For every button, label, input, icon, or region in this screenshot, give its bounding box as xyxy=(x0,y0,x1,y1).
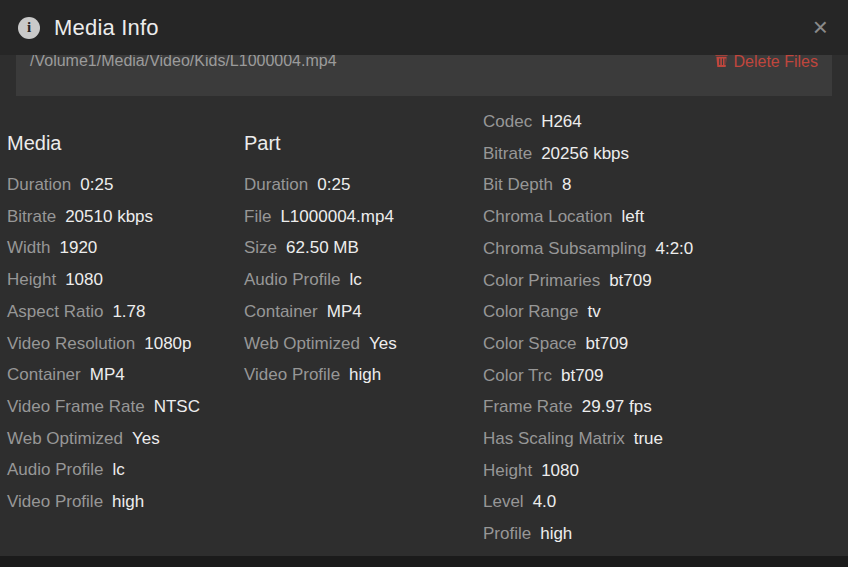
info-value: 0:25 xyxy=(80,175,113,194)
info-value: high xyxy=(540,524,572,543)
info-value: 4:2:0 xyxy=(655,239,693,258)
info-value: 1080 xyxy=(65,270,103,289)
info-row: Size62.50 MB xyxy=(244,232,474,264)
info-row: FileL1000004.mp4 xyxy=(244,201,474,233)
info-label: Container xyxy=(244,302,318,321)
info-label: Level xyxy=(483,492,524,511)
info-row: ContainerMP4 xyxy=(244,296,474,328)
info-value: lc xyxy=(112,460,124,479)
info-label: Aspect Ratio xyxy=(7,302,103,321)
info-label: Audio Profile xyxy=(244,270,340,289)
info-label: Audio Profile xyxy=(7,460,103,479)
info-label: Web Optimized xyxy=(7,429,123,448)
info-value: tv xyxy=(587,302,600,321)
info-label: Has Scaling Matrix xyxy=(483,429,625,448)
info-label: Color Range xyxy=(483,302,578,321)
info-row: Frame Rate29.97 fps xyxy=(483,391,845,423)
info-label: Bitrate xyxy=(483,144,532,163)
info-row: Bitrate20510 kbps xyxy=(7,201,239,233)
info-value: 1.78 xyxy=(112,302,145,321)
info-value: 1920 xyxy=(59,238,97,257)
info-value: 20510 kbps xyxy=(65,207,153,226)
info-row: Audio Profilelc xyxy=(7,454,239,486)
info-value: bt709 xyxy=(561,366,604,385)
info-label: Height xyxy=(7,270,56,289)
info-label: File xyxy=(244,207,271,226)
info-row: Color Primariesbt709 xyxy=(483,265,845,297)
info-value: bt709 xyxy=(609,271,652,290)
info-row: Video Resolution1080p xyxy=(7,328,239,360)
info-value: L1000004.mp4 xyxy=(280,207,393,226)
column-rows: Duration0:25FileL1000004.mp4Size62.50 MB… xyxy=(244,169,474,391)
info-label: Color Space xyxy=(483,334,577,353)
info-row: Profilehigh xyxy=(483,518,845,550)
info-row: Audio Profilelc xyxy=(244,264,474,296)
info-value: bt709 xyxy=(586,334,629,353)
info-value: NTSC xyxy=(154,397,200,416)
info-row: Color Rangetv xyxy=(483,296,845,328)
column-heading: Media xyxy=(7,131,239,155)
info-row: Bit Depth8 xyxy=(483,169,845,201)
info-value: 1080 xyxy=(541,461,579,480)
info-value: high xyxy=(349,365,381,384)
info-row: Has Scaling Matrixtrue xyxy=(483,423,845,455)
info-label: Color Primaries xyxy=(483,271,600,290)
info-row: Video Frame RateNTSC xyxy=(7,391,239,423)
info-icon: i xyxy=(18,17,40,39)
info-row: Chroma Locationleft xyxy=(483,201,845,233)
info-label: Codec xyxy=(483,112,532,131)
info-row: Height1080 xyxy=(483,455,845,487)
info-value: 29.97 fps xyxy=(582,397,652,416)
info-row: CodecH264 xyxy=(483,106,845,138)
modal-header: i Media Info × xyxy=(0,0,848,55)
info-row: Color Spacebt709 xyxy=(483,328,845,360)
info-label: Web Optimized xyxy=(244,334,360,353)
info-row: Web OptimizedYes xyxy=(7,423,239,455)
info-label: Video Resolution xyxy=(7,334,135,353)
info-label: Color Trc xyxy=(483,366,552,385)
info-row: Color Trcbt709 xyxy=(483,360,845,392)
info-label: Duration xyxy=(7,175,71,194)
info-label: Bit Depth xyxy=(483,175,553,194)
info-value: 1080p xyxy=(144,334,191,353)
column-rows: CodecH264Bitrate20256 kbpsBit Depth8Chro… xyxy=(483,106,845,550)
file-path-bar: /Volume1/Media/Video/Kids/L1000004.mp4 D… xyxy=(16,48,832,96)
info-value: high xyxy=(112,492,144,511)
info-value: 0:25 xyxy=(317,175,350,194)
info-row: Bitrate20256 kbps xyxy=(483,138,845,170)
info-row: ContainerMP4 xyxy=(7,359,239,391)
info-value: H264 xyxy=(541,112,582,131)
column-rows: Duration0:25Bitrate20510 kbpsWidth1920He… xyxy=(7,169,239,518)
info-value: Yes xyxy=(369,334,397,353)
info-icon-glyph: i xyxy=(27,19,31,36)
media-info-modal: /Volume1/Media/Video/Kids/L1000004.mp4 D… xyxy=(0,0,848,567)
info-label: Video Profile xyxy=(7,492,103,511)
page-title: Media Info xyxy=(54,15,159,41)
info-label: Chroma Location xyxy=(483,207,612,226)
info-label: Height xyxy=(483,461,532,480)
info-row: Height1080 xyxy=(7,264,239,296)
info-label: Profile xyxy=(483,524,531,543)
info-value: 62.50 MB xyxy=(286,238,359,257)
info-value: left xyxy=(621,207,644,226)
info-label: Video Frame Rate xyxy=(7,397,145,416)
close-icon: × xyxy=(813,11,828,41)
info-row: Duration0:25 xyxy=(244,169,474,201)
info-value: 20256 kbps xyxy=(541,144,629,163)
info-value: 8 xyxy=(562,175,571,194)
info-row: Video Profilehigh xyxy=(7,486,239,518)
info-label: Frame Rate xyxy=(483,397,573,416)
close-button[interactable]: × xyxy=(809,11,832,41)
info-row: Chroma Subsampling4:2:0 xyxy=(483,233,845,265)
info-row: Aspect Ratio1.78 xyxy=(7,296,239,328)
info-label: Video Profile xyxy=(244,365,340,384)
info-label: Chroma Subsampling xyxy=(483,239,646,258)
info-label: Duration xyxy=(244,175,308,194)
info-row: Video Profilehigh xyxy=(244,359,474,391)
column-stream: CodecH264Bitrate20256 kbpsBit Depth8Chro… xyxy=(483,106,845,550)
info-value: 4.0 xyxy=(533,492,557,511)
delete-files-label: Delete Files xyxy=(734,53,818,71)
info-row: Duration0:25 xyxy=(7,169,239,201)
info-label: Width xyxy=(7,238,50,257)
info-value: true xyxy=(634,429,663,448)
